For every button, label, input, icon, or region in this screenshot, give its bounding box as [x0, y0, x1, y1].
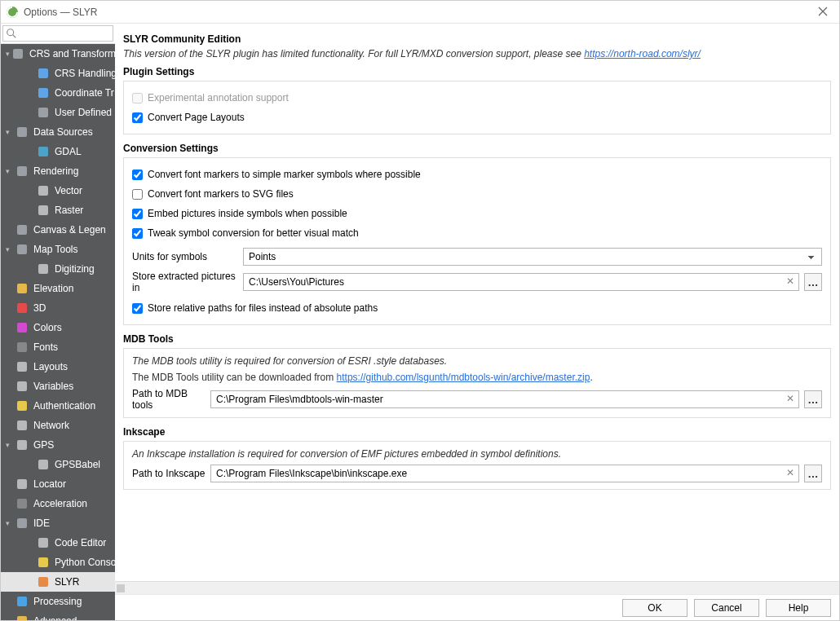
help-button[interactable]: Help — [766, 599, 831, 617]
svg-rect-26 — [17, 479, 27, 489]
svg-rect-24 — [17, 440, 27, 450]
cancel-button[interactable]: Cancel — [694, 599, 759, 617]
svg-rect-13 — [17, 225, 27, 235]
sidebar-item-map-tools[interactable]: ▾Map Tools — [1, 240, 115, 259]
svg-rect-4 — [13, 49, 23, 59]
tweak-checkbox[interactable] — [132, 228, 143, 239]
caret-icon: ▾ — [6, 245, 14, 253]
sidebar-item-label: Code Editor — [55, 537, 106, 548]
sidebar-item-network[interactable]: Network — [1, 416, 115, 435]
sidebar-item-colors[interactable]: Colors — [1, 318, 115, 337]
inkscape-path-label: Path to Inkscape — [132, 468, 206, 479]
sidebar-item-acceleration[interactable]: Acceleration — [1, 494, 115, 513]
font-simple-checkbox[interactable] — [132, 170, 143, 180]
scrollbar-thumb[interactable] — [117, 584, 125, 592]
svg-rect-17 — [17, 303, 27, 313]
main-panel: SLYR Community Edition This version of t… — [115, 24, 839, 581]
sidebar-tree[interactable]: ▾CRS and TransformsCRS HandlingCoordinat… — [1, 44, 115, 620]
sidebar-item-label: GPS — [33, 439, 54, 451]
svg-line-3 — [13, 35, 16, 38]
sidebar: ▾CRS and TransformsCRS HandlingCoordinat… — [1, 24, 115, 620]
sidebar-item-authentication[interactable]: Authentication — [1, 396, 115, 416]
browse-inkscape-button[interactable]: … — [804, 465, 822, 482]
inkscape-path-input[interactable] — [210, 465, 799, 482]
sidebar-item-canvas-legen[interactable]: Canvas & Legen — [1, 220, 115, 240]
sidebar-item-label: Authentication — [33, 400, 95, 412]
sidebar-item-gpsbabel[interactable]: GPSBabel — [1, 455, 115, 474]
mdb-path-input[interactable] — [210, 390, 799, 408]
relpaths-checkbox[interactable] — [132, 303, 143, 314]
sidebar-item-label: Coordinate Tr — [55, 87, 114, 99]
sidebar-item-code-editor[interactable]: Code Editor — [1, 533, 115, 553]
sidebar-item-digitizing[interactable]: Digitizing — [1, 259, 115, 279]
mdb-title: MDB Tools — [123, 333, 831, 345]
mdb-link[interactable]: https://github.com/lsgunth/mdbtools-win/… — [337, 372, 590, 383]
sidebar-item-elevation[interactable]: Elevation — [1, 279, 115, 298]
sidebar-item-label: CRS and Transforms — [29, 48, 115, 59]
sidebar-item-label: GDAL — [55, 146, 82, 157]
sidebar-item-data-sources[interactable]: ▾Data Sources — [1, 122, 115, 142]
embed-checkbox[interactable] — [132, 209, 143, 219]
convert-page-layouts-checkbox[interactable] — [132, 112, 143, 123]
sidebar-item-label: Layouts — [33, 361, 68, 372]
svg-rect-14 — [17, 244, 27, 254]
titlebar: Options — SLYR — [1, 1, 839, 24]
sidebar-item-fonts[interactable]: Fonts — [1, 337, 115, 357]
sidebar-item-vector[interactable]: Vector — [1, 181, 115, 200]
sidebar-item-variables[interactable]: Variables — [1, 377, 115, 396]
sidebar-item-processing[interactable]: Processing — [1, 592, 115, 611]
sidebar-item-label: GPSBabel — [55, 459, 100, 470]
clear-icon[interactable]: ✕ — [785, 393, 796, 404]
svg-rect-5 — [38, 68, 48, 78]
sidebar-item-label: Canvas & Legen — [33, 224, 106, 236]
svg-rect-6 — [38, 88, 48, 98]
sidebar-item-ide[interactable]: ▾IDE — [1, 513, 115, 533]
sidebar-item-label: Raster — [55, 205, 83, 216]
search-input[interactable] — [2, 25, 113, 42]
clear-icon[interactable]: ✕ — [785, 275, 796, 287]
sidebar-item-gdal[interactable]: GDAL — [1, 142, 115, 161]
horizontal-scrollbar[interactable] — [115, 581, 839, 594]
inkscape-title: Inkscape — [123, 426, 831, 438]
sidebar-item-coordinate-tr[interactable]: Coordinate Tr — [1, 83, 115, 103]
sidebar-item-user-defined[interactable]: User Defined — [1, 103, 115, 122]
sidebar-item-label: CRS Handling — [55, 68, 115, 79]
sidebar-item-label: Rendering — [33, 165, 78, 177]
units-select[interactable]: Points — [243, 248, 822, 266]
ok-button[interactable]: OK — [622, 599, 687, 617]
store-pictures-input[interactable] — [243, 273, 799, 291]
mdb-section: The MDB tools utility is required for co… — [123, 348, 831, 418]
mdb-note2: The MDB Tools utility can be downloaded … — [132, 372, 822, 383]
svg-rect-21 — [17, 381, 27, 391]
intro-note: This version of the SLYR plugin has limi… — [123, 48, 831, 59]
inkscape-note: An Inkscape installation is required for… — [132, 448, 822, 460]
font-svg-checkbox[interactable] — [132, 189, 143, 200]
svg-rect-16 — [17, 284, 27, 293]
close-button[interactable] — [811, 6, 834, 19]
sidebar-item-raster[interactable]: Raster — [1, 200, 115, 220]
sidebar-item-label: Processing — [33, 596, 82, 607]
svg-rect-10 — [17, 166, 27, 176]
clear-icon[interactable]: ✕ — [785, 467, 796, 478]
qgis-logo-icon — [6, 6, 19, 19]
sidebar-item-label: Locator — [33, 478, 66, 490]
sidebar-item-crs-and-transforms[interactable]: ▾CRS and Transforms — [1, 44, 115, 64]
sidebar-item-locator[interactable]: Locator — [1, 474, 115, 494]
intro-link[interactable]: https://north-road.com/slyr/ — [584, 48, 701, 59]
sidebar-item-label: Digitizing — [55, 263, 95, 275]
experimental-checkbox — [132, 93, 143, 104]
sidebar-item-slyr[interactable]: SLYR — [1, 572, 115, 592]
mdb-path-label: Path to MDB tools — [132, 388, 206, 411]
sidebar-item-advanced[interactable]: Advanced — [1, 611, 115, 620]
sidebar-item-label: Colors — [33, 322, 62, 333]
sidebar-item-label: Acceleration — [33, 498, 87, 509]
sidebar-item-rendering[interactable]: ▾Rendering — [1, 161, 115, 181]
sidebar-item-python-conso[interactable]: Python Conso — [1, 553, 115, 572]
browse-mdb-button[interactable]: … — [804, 390, 822, 408]
sidebar-item-gps[interactable]: ▾GPS — [1, 435, 115, 455]
sidebar-item-3d[interactable]: 3D — [1, 298, 115, 318]
svg-rect-11 — [38, 186, 48, 196]
sidebar-item-crs-handling[interactable]: CRS Handling — [1, 64, 115, 83]
browse-pictures-button[interactable]: … — [804, 273, 822, 291]
sidebar-item-layouts[interactable]: Layouts — [1, 357, 115, 377]
